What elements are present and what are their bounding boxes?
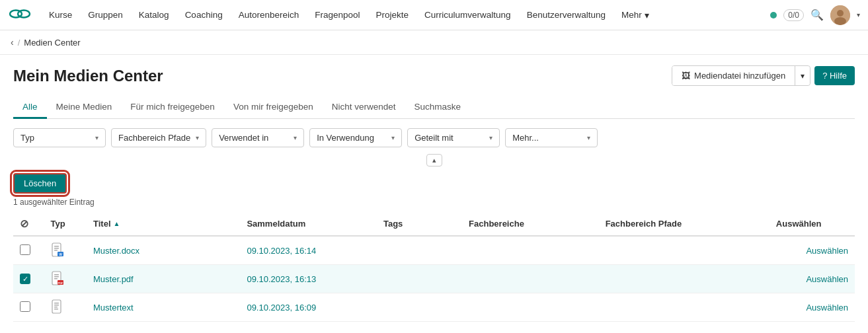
selected-count: 1 ausgewählter Eintrag [13, 198, 95, 207]
avatar[interactable] [830, 5, 850, 25]
row-1-tags [377, 236, 462, 265]
row-2-auswaehlen-link[interactable]: Auswählen [806, 274, 848, 284]
nav-curriculumverwaltung[interactable]: Curriculumverwaltung [416, 0, 519, 30]
nav-autorenbereich[interactable]: Autorenbereich [231, 0, 307, 30]
geteilt-mit-filter[interactable]: Geteilt mit ▾ [407, 128, 500, 147]
tab-von-mir-freigegeben[interactable]: Von mir freigegeben [224, 96, 323, 119]
tab-fuer-mich-freigegeben[interactable]: Für mich freigegeben [121, 96, 224, 119]
row-3-date: 09.10.2023, 16:09 [240, 293, 377, 322]
col-header-titel[interactable]: Titel ▲ [87, 212, 240, 236]
nav-katalog[interactable]: Katalog [131, 0, 177, 30]
row-1-auswaehlen-cell: Auswählen [769, 236, 855, 265]
action-bar: Löschen [13, 173, 855, 194]
mehr-filter[interactable]: Mehr... ▾ [505, 128, 598, 147]
col-header-fachbereiche: Fachbereiche [462, 212, 599, 236]
help-button[interactable]: ? Hilfe [814, 66, 855, 85]
header-row: Mein Medien Center 🖼 Mediendatei hinzufü… [13, 65, 855, 86]
row-1-checkbox[interactable] [20, 244, 30, 255]
row-2-tags [377, 265, 462, 293]
svg-rect-20 [54, 307, 58, 308]
row-1-fachbereich-pfade [599, 236, 769, 265]
nav-fragenpool[interactable]: Fragenpool [307, 0, 368, 30]
add-media-group: 🖼 Mediendatei hinzufügen ▾ [672, 65, 810, 86]
fachbereich-pfade-filter-arrow: ▾ [196, 134, 199, 141]
nav-projekte[interactable]: Projekte [368, 0, 417, 30]
row-3-auswaehlen-cell: Auswählen [769, 293, 855, 322]
tab-alle[interactable]: Alle [13, 96, 47, 119]
verwendet-in-filter[interactable]: Verwendet in ▾ [212, 128, 304, 147]
svg-point-1 [18, 11, 30, 18]
nav-kurse[interactable]: Kurse [41, 0, 80, 30]
row-3-checkbox[interactable] [20, 301, 30, 312]
typ-filter-arrow: ▾ [95, 134, 99, 141]
svg-point-3 [837, 10, 844, 17]
top-nav: Kurse Gruppen Katalog Coaching Autorenbe… [0, 0, 868, 30]
row-3-fachbereiche [462, 293, 599, 322]
svg-rect-8 [54, 250, 58, 251]
row-3-title-link[interactable]: Mustertext [93, 303, 134, 313]
svg-rect-12 [54, 274, 59, 276]
selected-count-row: 1 ausgewählter Eintrag [13, 196, 855, 207]
row-1-fachbereiche [462, 236, 599, 265]
tab-suchmaske[interactable]: Suchmaske [405, 96, 471, 119]
collapse-filters-button[interactable]: ▴ [426, 154, 442, 166]
loeschen-button[interactable]: Löschen [13, 173, 67, 194]
typ-filter[interactable]: Typ ▾ [13, 128, 106, 147]
row-3-checkbox-cell [13, 293, 44, 322]
svg-rect-21 [54, 309, 58, 310]
col-header-fachbereich-pfade: Fachbereich Pfade [599, 212, 769, 236]
docx-file-icon: W [50, 242, 66, 258]
titel-sort[interactable]: Titel ▲ [93, 219, 233, 229]
col-header-deselect: ⊘ [13, 212, 44, 236]
table-row: W Muster.docx 09.10.2023, 16:14 Auswähle… [13, 236, 855, 265]
nav-right: 0/0 🔍 ▾ [770, 5, 860, 25]
add-media-dropdown-button[interactable]: ▾ [795, 66, 810, 85]
svg-rect-13 [54, 276, 59, 278]
row-2-title[interactable]: Muster.pdf [87, 265, 240, 293]
main-content: Mein Medien Center 🖼 Mediendatei hinzufü… [0, 55, 868, 322]
row-2-typ: PDF [44, 265, 87, 293]
nav-gruppen[interactable]: Gruppen [80, 0, 131, 30]
add-media-button[interactable]: 🖼 Mediendatei hinzufügen [672, 66, 795, 85]
nav-benutzerverwaltung[interactable]: Benutzerverwaltung [519, 0, 613, 30]
row-1-auswaehlen-link[interactable]: Auswählen [806, 246, 848, 256]
help-icon: ? [822, 71, 827, 81]
table-row: Mustertext 09.10.2023, 16:09 Auswählen [13, 293, 855, 322]
in-verwendung-filter[interactable]: In Verwendung ▾ [309, 128, 402, 147]
search-icon[interactable]: 🔍 [810, 9, 824, 21]
col-header-sammeldatum: Sammeldatum [240, 212, 377, 236]
row-1-title-link[interactable]: Muster.docx [93, 246, 139, 256]
row-2-checkbox-cell: ✓ [13, 265, 44, 293]
nav-mehr[interactable]: Mehr ▾ [613, 0, 657, 30]
nav-links: Kurse Gruppen Katalog Coaching Autorenbe… [41, 0, 770, 30]
nav-coaching[interactable]: Coaching [177, 0, 231, 30]
page-title: Mein Medien Center [13, 67, 163, 85]
avatar-dropdown-arrow[interactable]: ▾ [857, 11, 860, 18]
status-dot [770, 12, 777, 18]
filters-row: Typ ▾ Fachbereich Pfade ▾ Verwendet in ▾… [13, 128, 855, 147]
breadcrumb-back[interactable]: ‹ [11, 37, 14, 48]
svg-rect-19 [54, 305, 59, 306]
row-2-auswaehlen-cell: Auswählen [769, 265, 855, 293]
row-2-checkbox-checked[interactable]: ✓ [20, 274, 30, 284]
row-2-fachbereiche [462, 265, 599, 293]
svg-point-4 [834, 17, 846, 25]
row-1-date: 09.10.2023, 16:14 [240, 236, 377, 265]
logo[interactable] [8, 2, 32, 28]
mehr-filter-arrow: ▾ [587, 134, 590, 141]
deselect-all-icon[interactable]: ⊘ [20, 218, 28, 229]
txt-file-icon [50, 299, 66, 314]
svg-rect-18 [54, 303, 59, 304]
row-3-auswaehlen-link[interactable]: Auswählen [806, 303, 848, 313]
col-header-tags: Tags [377, 212, 462, 236]
row-1-title[interactable]: Muster.docx [87, 236, 240, 265]
row-3-title[interactable]: Mustertext [87, 293, 240, 322]
tab-meine-medien[interactable]: Meine Medien [47, 96, 122, 119]
in-verwendung-filter-arrow: ▾ [391, 134, 395, 141]
mehr-dropdown-arrow: ▾ [645, 10, 649, 20]
verwendet-in-filter-arrow: ▾ [294, 134, 297, 141]
breadcrumb-medien-center[interactable]: Medien Center [24, 38, 80, 48]
tab-nicht-verwendet[interactable]: Nicht verwendet [323, 96, 405, 119]
fachbereich-pfade-filter[interactable]: Fachbereich Pfade ▾ [111, 128, 206, 147]
row-2-title-link[interactable]: Muster.pdf [93, 274, 134, 284]
